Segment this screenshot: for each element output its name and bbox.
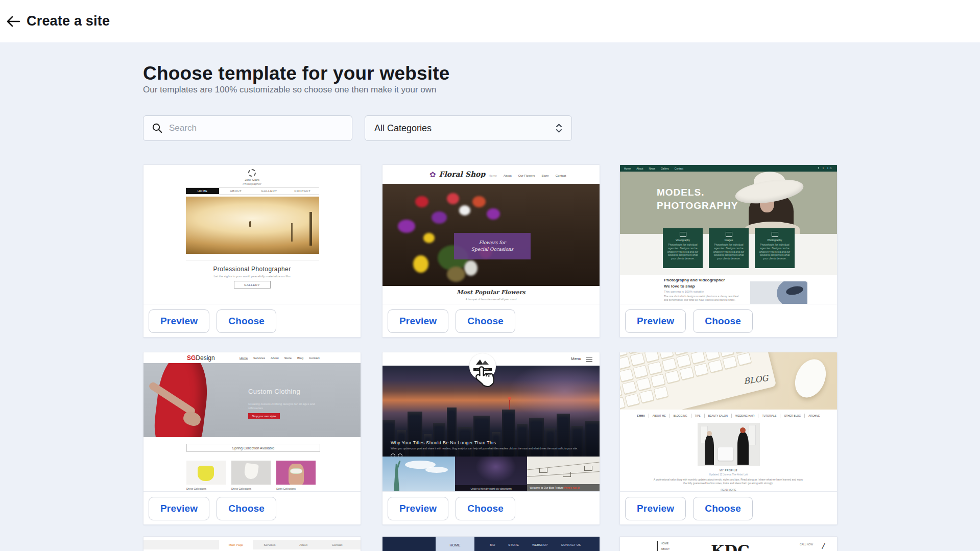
- preview-button[interactable]: Preview: [149, 309, 209, 333]
- preview-button[interactable]: Preview: [388, 309, 448, 333]
- nav-item: Services: [253, 540, 286, 549]
- hero-overlay: Flowers for Special Occasions: [454, 233, 531, 259]
- nav-item: WEBSHOP: [532, 543, 548, 546]
- arrow-left-icon: [6, 15, 20, 28]
- nav-item: BIO: [490, 543, 495, 546]
- template-card-tabs-site: Main PageServicesAboutContact: [143, 536, 361, 551]
- site-logo-name: Jone Clark: [144, 178, 361, 181]
- post-body: A professional salon blog with monthly u…: [652, 478, 805, 485]
- template-thumbnail[interactable]: Menu Why Your Titles Should Be No Longer…: [383, 352, 600, 491]
- template-thumbnail[interactable]: BLOG EMMAABOUT MEBLOGGINGTIPSBEAUTY SALO…: [620, 352, 837, 491]
- back-button[interactable]: [4, 14, 22, 30]
- divider: [657, 541, 658, 551]
- about-note: This camera is 100% suitable: [664, 290, 704, 293]
- nav-item: TUTORIALS: [758, 414, 780, 418]
- choose-button[interactable]: Choose: [456, 497, 515, 520]
- hero-image-tulips: Flowers for Special Occasions: [383, 184, 600, 286]
- site-brand: ✿ Floral Shop: [429, 170, 485, 178]
- category-value: All Categories: [374, 123, 432, 134]
- menu-item: HOME: [661, 542, 668, 545]
- slash-mark: /: [821, 542, 825, 551]
- template-card-navy-site: HOME BIOSTOREWEBSHOPCONTACT US: [382, 536, 600, 551]
- template-thumbnail[interactable]: ✿ Floral Shop HomeAboutOur FlowersStoreC…: [383, 165, 600, 304]
- nav-item: About: [271, 356, 279, 360]
- nav-item: BLOGGING: [670, 414, 691, 418]
- banner-box: Spring Collection Available: [186, 444, 320, 452]
- hero-title: Custom Clothing: [248, 388, 300, 395]
- hero-subtitle: Creating custom clothing designs for all…: [248, 402, 330, 411]
- category-select[interactable]: All Categories: [365, 115, 572, 141]
- social-icons: f t in: [818, 166, 833, 170]
- nav-item: EMMA: [634, 414, 649, 418]
- card-footer: Preview Choose: [383, 491, 600, 525]
- nav-item: Store: [284, 356, 292, 360]
- nav-item: ARCHIVE: [805, 414, 823, 418]
- preview-button[interactable]: Preview: [625, 309, 686, 333]
- site-caption: Let the sights in your world peacefully …: [144, 275, 361, 278]
- template-card-city-blog: Menu Why Your Titles Should Be No Longer…: [382, 352, 600, 525]
- nav-item: About: [504, 174, 512, 177]
- page-root: Create a site Choose template for your w…: [0, 0, 980, 551]
- template-thumbnail[interactable]: Jone Clark Photographer HOMEABOUTGALLERY…: [144, 165, 361, 304]
- nav-item: Contact: [556, 174, 566, 177]
- mountains-icon: [475, 358, 490, 365]
- hero-image-keyboard-desk: BLOG: [620, 352, 837, 410]
- image-icon: [726, 232, 732, 237]
- active-tab: HOME: [436, 537, 474, 551]
- nav-item: BEAUTY SALON: [705, 414, 732, 418]
- preview-button[interactable]: Preview: [388, 497, 448, 520]
- product-image-yellow-dress: [186, 461, 226, 485]
- template-card-sg-design: SGDesign HomeServicesAboutStoreBlogConta…: [143, 352, 361, 525]
- photo-subcaption: Updated 12 June at The Artist Loft: [620, 473, 837, 476]
- mountain-logo: CITY TRAVEL BLOG: [469, 353, 496, 380]
- site-tabs: Main PageServicesAboutContact: [144, 540, 361, 549]
- about-body: The one shot which designs a useful plan…: [664, 295, 740, 301]
- template-card-keyboard-blog: BLOG EMMAABOUT MEBLOGGINGTIPSBEAUTY SALO…: [619, 352, 838, 525]
- choose-button[interactable]: Choose: [217, 497, 276, 520]
- nav-item: GALLERY: [253, 188, 286, 194]
- template-card-models-photography: HomeAboutNewsGalleryContact f t in MODEL…: [619, 164, 838, 338]
- card-footer: Preview Choose: [383, 304, 600, 338]
- template-thumbnail[interactable]: SGDesign HomeServicesAboutStoreBlogConta…: [144, 352, 361, 491]
- nav-item: News: [649, 167, 655, 170]
- template-card-kdc: HOME ABOUT KDC CALL NOW /: [619, 536, 838, 551]
- call-now-label: CALL NOW: [800, 543, 813, 546]
- template-thumbnail[interactable]: HOME ABOUT KDC CALL NOW /: [620, 537, 837, 551]
- template-card-photographer: Jone Clark Photographer HOMEABOUTGALLERY…: [143, 164, 361, 338]
- template-thumbnail[interactable]: Main PageServicesAboutContact: [144, 537, 361, 551]
- app-header: Create a site: [0, 0, 980, 42]
- thumb-ski-lift-sketch: Welcome to Our Blog Feature Print's Not …: [527, 457, 600, 491]
- feature-card: Images Photoshoots for individual agenci…: [709, 228, 749, 268]
- choose-button[interactable]: Choose: [456, 309, 515, 333]
- mouse: [790, 354, 832, 402]
- nav-item: ABOUT ME: [649, 414, 670, 418]
- product-image-swimwear: [276, 461, 316, 485]
- nav-item: WEDDING HAIR: [732, 414, 759, 418]
- site-nav: EMMAABOUT MEBLOGGINGTIPSBEAUTY SALONWEDD…: [620, 414, 837, 418]
- thumb-night-city: Under a friendly night sky downtown: [455, 457, 528, 491]
- site-section-caption: A bouquet of favourites we sell all year…: [383, 298, 600, 301]
- nav-item: Services: [253, 356, 265, 360]
- chevron-updown-icon: [556, 123, 562, 134]
- choose-button[interactable]: Choose: [217, 309, 276, 333]
- hero-image-model-hat: MODELS. PHOTOGRAPHY: [620, 172, 837, 234]
- nav-item: TIPS: [691, 414, 705, 418]
- template-thumbnail[interactable]: HOME BIOSTOREWEBSHOPCONTACT US: [383, 537, 600, 551]
- choose-button[interactable]: Choose: [693, 497, 753, 520]
- search-box[interactable]: [143, 115, 352, 141]
- site-cta: GALLERY: [234, 281, 271, 289]
- search-input[interactable]: [169, 123, 338, 133]
- preview-button[interactable]: Preview: [149, 497, 209, 520]
- template-thumbnail[interactable]: HomeAboutNewsGalleryContact f t in MODEL…: [620, 165, 837, 304]
- choose-button[interactable]: Choose: [693, 309, 753, 333]
- site-section-title: Most Popular Flowers: [383, 289, 600, 296]
- nav-item: OTHER BLOG: [780, 414, 805, 418]
- site-nav: HomeAboutOur FlowersStoreContact: [489, 174, 566, 177]
- site-nav: HOMEABOUTGALLERYCONTACT: [186, 187, 319, 195]
- product-label: Dress Collections: [231, 487, 251, 490]
- salon-photo: [698, 423, 760, 466]
- nav-item: Gallery: [661, 167, 669, 170]
- aperture-logo-icon: [248, 169, 256, 177]
- preview-button[interactable]: Preview: [625, 497, 686, 520]
- about-image-face: [750, 281, 807, 304]
